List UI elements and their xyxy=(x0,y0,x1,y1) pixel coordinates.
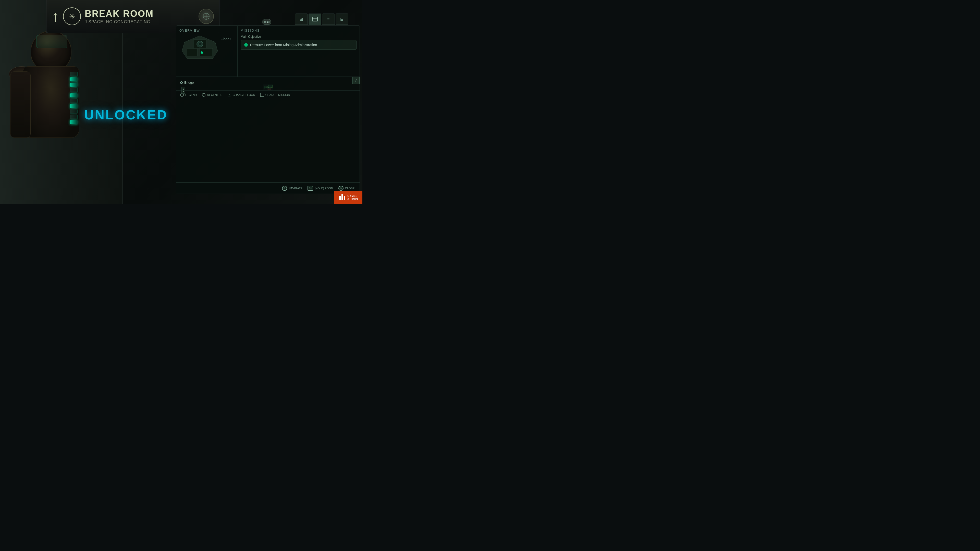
svg-rect-8 xyxy=(187,48,197,56)
legend-icon xyxy=(180,93,184,97)
svg-rect-25 xyxy=(271,87,272,88)
map-svg-area: 🔒 🔒 ⊙ ▲▼ xyxy=(177,84,360,90)
location-name: Bridge xyxy=(184,81,194,84)
tab-list-button[interactable]: ≡ xyxy=(322,14,335,25)
floor-label: Floor 1 xyxy=(221,37,232,41)
spine-segment-glow xyxy=(70,83,78,87)
sign-arrow-icon: ↑ xyxy=(52,8,59,25)
legend-item-change-mission: CHANGE MISSION xyxy=(260,93,290,97)
main-objective-label: Main Objective xyxy=(241,35,356,38)
sign-logo xyxy=(199,9,214,24)
sign-text: BREAK ROOM J SPACE. NO CONGREGATING xyxy=(85,8,195,24)
map-svg: 🔒 🔒 ⊙ ▲▼ xyxy=(177,84,360,90)
location-label: Bridge xyxy=(180,81,356,84)
tab-grid-button[interactable]: ⊞ xyxy=(295,14,308,25)
close-hint: ⊙ CLOSE xyxy=(339,186,355,191)
spine-segment-glow xyxy=(70,104,78,108)
overview-title: OVERVIEW xyxy=(180,29,234,32)
navigate-hint: ⊙ NAVIGATE xyxy=(282,186,302,191)
watermark-text: GAMER GUIDES xyxy=(347,194,358,201)
sign-subtitle: J SPACE. NO CONGREGATING xyxy=(85,20,195,24)
missions-section: MISSIONS Main Objective Reroute Power fr… xyxy=(238,26,360,76)
map-panel: L1 ⊞ ≡ ⊟ R1 MAP OVERVIEW xyxy=(176,25,360,194)
legend-item-legend: LEGEND xyxy=(180,93,197,97)
legend-item-change-floor: △ CHANGE FLOOR xyxy=(228,93,255,97)
spine-segment-glow xyxy=(70,120,78,124)
recenter-icon xyxy=(202,93,205,97)
watermark-logo-icon xyxy=(339,194,346,202)
zoom-hint: R2 [HOLD] ZOOM xyxy=(307,186,333,191)
ship-miniature xyxy=(180,35,220,62)
svg-rect-36 xyxy=(344,196,345,200)
spine-segment xyxy=(70,98,78,103)
svg-point-11 xyxy=(198,43,201,46)
legend-item-recenter: RECENTER xyxy=(202,93,223,97)
svg-rect-23 xyxy=(269,87,269,88)
main-map-area: Bridge ⤢ ▲ ▼ xyxy=(177,77,360,90)
char-torso xyxy=(23,66,79,138)
unlocked-text: UNLOCKED xyxy=(84,107,168,122)
recenter-label: RECENTER xyxy=(207,94,223,97)
spine-segment xyxy=(70,72,78,76)
spine-segment xyxy=(70,109,78,114)
svg-rect-17 xyxy=(267,87,273,88)
svg-rect-35 xyxy=(342,194,343,200)
svg-rect-16 xyxy=(269,85,272,87)
overview-section: OVERVIEW Floor xyxy=(177,26,238,76)
tab-table-button[interactable]: ⊟ xyxy=(336,14,348,25)
zoom-icon: R2 xyxy=(307,186,313,191)
svg-rect-18 xyxy=(267,88,271,89)
char-helmet xyxy=(30,30,72,71)
close-label: CLOSE xyxy=(345,187,355,190)
char-arm xyxy=(10,71,30,138)
spine-segment xyxy=(70,88,78,92)
tab-map-button[interactable] xyxy=(309,14,321,25)
objective-item: Reroute Power from Mining Administration xyxy=(241,40,356,50)
spine-segment xyxy=(70,114,78,119)
floor-nav[interactable]: ▲ ▼ xyxy=(181,87,185,94)
spine-segment-glow xyxy=(70,93,78,98)
objective-text: Reroute Power from Mining Administration xyxy=(250,43,317,47)
navigate-label: NAVIGATE xyxy=(289,187,302,190)
sign-compass-icon: ✳ xyxy=(63,7,81,25)
navigate-icon: ⊙ xyxy=(282,186,287,191)
map-top-section: OVERVIEW Floor xyxy=(177,26,360,77)
sign-title: BREAK ROOM xyxy=(85,8,195,19)
svg-rect-31 xyxy=(264,86,265,86)
change-mission-icon xyxy=(260,93,264,97)
missions-title: MISSIONS xyxy=(241,29,356,32)
location-dot-icon xyxy=(180,81,183,84)
svg-rect-3 xyxy=(312,17,318,21)
svg-rect-34 xyxy=(339,196,341,200)
svg-rect-20 xyxy=(264,86,266,87)
change-floor-label: CHANGE FLOOR xyxy=(233,94,255,97)
legend-label: LEGEND xyxy=(185,94,197,97)
legend-area: LEGEND RECENTER △ CHANGE FLOOR CHANGE MI… xyxy=(177,90,360,99)
svg-rect-21 xyxy=(267,86,268,87)
zoom-label: [HOLD] ZOOM xyxy=(315,187,333,190)
char-spine xyxy=(70,72,78,133)
close-icon: ⊙ xyxy=(339,186,344,191)
change-mission-label: CHANGE MISSION xyxy=(266,94,290,97)
bottom-hints-bar: ⊙ NAVIGATE R2 [HOLD] ZOOM ⊙ CLOSE xyxy=(177,183,360,194)
map-tab-label: MAP xyxy=(264,20,272,23)
svg-rect-22 xyxy=(266,87,267,88)
spine-segment-glow xyxy=(70,77,78,82)
change-floor-icon: △ xyxy=(228,93,231,97)
map-expand-button[interactable]: ⤢ xyxy=(352,77,360,84)
objective-diamond-icon xyxy=(244,43,248,47)
gamer-guides-watermark: GAMER GUIDES xyxy=(334,191,363,204)
